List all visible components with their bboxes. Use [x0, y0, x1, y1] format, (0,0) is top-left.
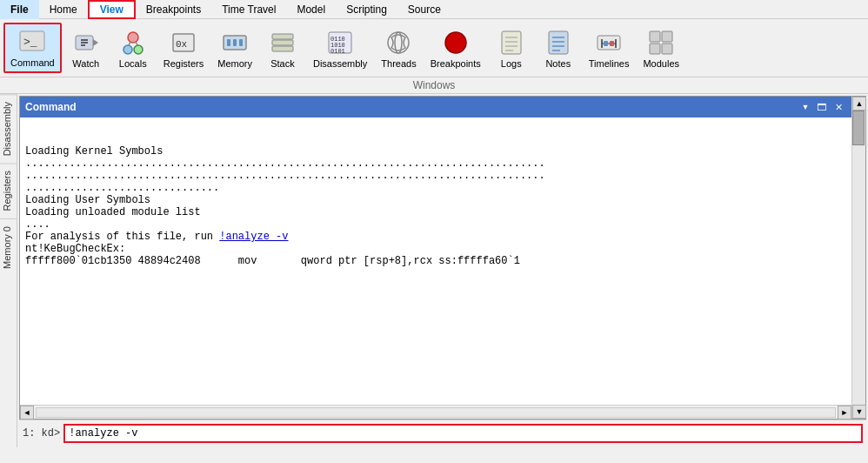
toolbar-memory-button[interactable]: Memory — [211, 24, 258, 73]
horizontal-scrollbar[interactable]: ◄ ► — [20, 405, 851, 419]
svg-text:0101: 0101 — [331, 48, 345, 55]
main-area: Disassembly Registers Memory 0 Command ▼… — [0, 94, 868, 447]
titlebar-minimize-button[interactable]: 🗖 — [813, 99, 829, 115]
menu-timetravel[interactable]: Time Travel — [211, 0, 286, 19]
menu-model[interactable]: Model — [286, 0, 336, 19]
titlebar-close-button[interactable]: ✕ — [831, 99, 846, 115]
command-input-field[interactable] — [63, 424, 863, 443]
command-window: Command ▼ 🗖 ✕ Loading Kernel Symbols....… — [19, 96, 866, 419]
menu-file[interactable]: File — [0, 0, 39, 19]
side-panel: Disassembly Registers Memory 0 — [0, 94, 17, 447]
svg-text:0x: 0x — [176, 39, 188, 50]
toolbar-threads-button[interactable]: Threads — [375, 24, 422, 73]
side-label-disassembly[interactable]: Disassembly — [0, 94, 17, 163]
disassembly-button-label: Disassembly — [313, 58, 367, 69]
stack-icon — [269, 29, 297, 57]
svg-rect-42 — [604, 41, 608, 46]
threads-button-label: Threads — [381, 58, 416, 69]
command-prompt: 1: kd> — [23, 427, 60, 440]
svg-rect-20 — [272, 46, 293, 51]
command-button-label: Command — [10, 57, 55, 68]
svg-rect-46 — [650, 44, 660, 54]
menu-scripting[interactable]: Scripting — [336, 0, 397, 19]
logs-button-label: Logs — [501, 58, 522, 69]
watch-button-label: Watch — [72, 58, 99, 69]
command-output[interactable]: Loading Kernel Symbols..................… — [20, 117, 851, 405]
toolbar-breakpoints-button[interactable]: Breakpoints — [424, 24, 487, 73]
logs-icon — [497, 29, 525, 57]
svg-point-27 — [445, 32, 466, 53]
command-icon: >_ — [18, 28, 46, 56]
menu-home[interactable]: Home — [39, 0, 88, 19]
toolbar-command-button[interactable]: >_ Command — [3, 23, 62, 73]
svg-rect-38 — [598, 36, 620, 50]
svg-rect-19 — [272, 40, 293, 45]
timelines-button-label: Timelines — [589, 58, 630, 69]
svg-point-7 — [128, 32, 138, 43]
locals-icon — [119, 29, 147, 57]
breakpoints-button-label: Breakpoints — [431, 58, 481, 69]
command-titlebar: Command ▼ 🗖 ✕ — [20, 97, 851, 117]
toolbar-stack-button[interactable]: Stack — [260, 24, 305, 73]
notes-button-label: Notes — [545, 58, 571, 69]
toolbar-modules-button[interactable]: Modules — [637, 24, 685, 73]
svg-rect-15 — [227, 39, 230, 46]
modules-button-label: Modules — [643, 58, 679, 69]
svg-rect-44 — [650, 31, 660, 42]
svg-rect-43 — [610, 41, 614, 46]
vscroll-track[interactable] — [852, 111, 865, 405]
threads-icon — [384, 29, 412, 57]
svg-rect-45 — [662, 31, 672, 42]
svg-point-9 — [134, 45, 143, 54]
toolbar-timelines-button[interactable]: Timelines — [583, 24, 636, 73]
analyze-link[interactable]: !analyze -v — [219, 231, 288, 243]
svg-rect-18 — [272, 34, 293, 39]
menu-breakpoints[interactable]: Breakpoints — [136, 0, 211, 19]
menu-view[interactable]: View — [88, 0, 136, 19]
svg-line-10 — [129, 42, 130, 45]
vscroll-up-button[interactable]: ▲ — [852, 97, 866, 111]
menu-bar: File Home View Breakpoints Time Travel M… — [0, 0, 868, 19]
toolbar-locals-button[interactable]: Locals — [110, 24, 156, 73]
memory-button-label: Memory — [217, 58, 252, 69]
toolbar-watch-button[interactable]: Watch — [63, 24, 109, 73]
side-label-registers[interactable]: Registers — [0, 163, 17, 218]
hscroll-right-button[interactable]: ► — [838, 406, 851, 419]
stack-button-label: Stack — [270, 58, 295, 69]
command-input-area: 1: kd> — [19, 419, 866, 446]
vscroll-down-button[interactable]: ▼ — [852, 405, 866, 419]
command-title: Command — [25, 101, 799, 113]
svg-rect-47 — [662, 44, 672, 54]
toolbar-notes-button[interactable]: Notes — [536, 24, 581, 73]
memory-icon — [221, 29, 249, 57]
registers-icon: 0x — [170, 29, 197, 57]
svg-text:>_: >_ — [23, 36, 37, 49]
svg-point-8 — [124, 45, 132, 54]
notes-icon — [544, 29, 572, 57]
toolbar-logs-button[interactable]: Logs — [489, 24, 534, 73]
watch-icon — [72, 29, 100, 57]
windows-section-label: Windows — [0, 77, 868, 94]
toolbar-registers-button[interactable]: 0x Registers — [157, 24, 210, 73]
toolbar: >_ Command Watch — [0, 19, 868, 77]
vscroll-thumb[interactable] — [852, 111, 865, 145]
command-content: Command ▼ 🗖 ✕ Loading Kernel Symbols....… — [20, 97, 851, 419]
svg-rect-16 — [233, 39, 237, 46]
toolbar-disassembly-button[interactable]: 0110 1010 0101 Disassembly — [307, 24, 373, 73]
timelines-icon — [595, 29, 623, 57]
svg-rect-17 — [239, 39, 243, 46]
svg-marker-3 — [93, 39, 98, 46]
command-panel: Command ▼ 🗖 ✕ Loading Kernel Symbols....… — [19, 96, 866, 446]
toolbar-row: >_ Command Watch — [3, 23, 865, 73]
titlebar-dropdown-button[interactable]: ▼ — [799, 99, 811, 115]
hscroll-track[interactable] — [36, 407, 836, 418]
disassembly-icon: 0110 1010 0101 — [326, 29, 354, 57]
menu-source[interactable]: Source — [397, 0, 451, 19]
side-label-memory[interactable]: Memory 0 — [0, 218, 17, 276]
svg-line-11 — [136, 42, 137, 45]
hscroll-left-button[interactable]: ◄ — [20, 406, 34, 419]
locals-button-label: Locals — [119, 58, 147, 69]
vertical-scrollbar[interactable]: ▲ ▼ — [851, 97, 865, 419]
breakpoints-icon — [442, 29, 470, 57]
registers-button-label: Registers — [164, 58, 204, 69]
